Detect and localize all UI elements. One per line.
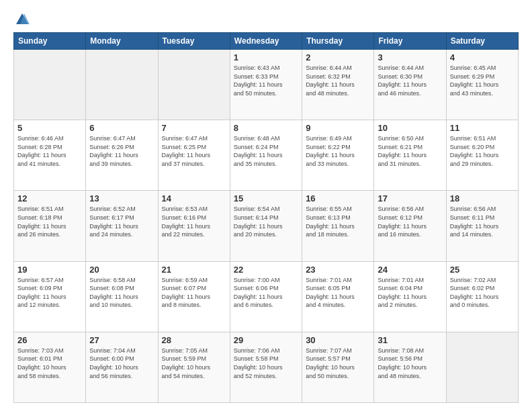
day-number: 10 [378,123,442,133]
day-info: Sunrise: 6:48 AM Sunset: 6:24 PM Dayligh… [234,134,298,168]
day-info: Sunrise: 6:59 AM Sunset: 6:07 PM Dayligh… [162,276,226,310]
day-number: 14 [162,193,226,203]
calendar-cell: 3Sunrise: 6:44 AM Sunset: 6:30 PM Daylig… [374,50,446,120]
calendar-cell: 29Sunrise: 7:06 AM Sunset: 5:58 PM Dayli… [230,332,302,402]
day-info: Sunrise: 7:08 AM Sunset: 5:56 PM Dayligh… [378,347,442,380]
calendar-cell: 1Sunrise: 6:43 AM Sunset: 6:33 PM Daylig… [230,50,302,120]
weekday-header-thursday: Thursday [302,33,374,50]
day-number: 1 [234,52,298,62]
day-info: Sunrise: 6:47 AM Sunset: 6:25 PM Dayligh… [162,134,226,168]
day-number: 4 [450,52,515,62]
day-number: 17 [378,193,442,203]
calendar-cell: 30Sunrise: 7:07 AM Sunset: 5:57 PM Dayli… [302,332,374,402]
calendar-cell: 2Sunrise: 6:44 AM Sunset: 6:32 PM Daylig… [302,50,374,120]
day-number: 15 [234,193,298,203]
day-number: 11 [450,123,515,133]
calendar-cell: 10Sunrise: 6:50 AM Sunset: 6:21 PM Dayli… [374,120,446,191]
day-info: Sunrise: 6:57 AM Sunset: 6:09 PM Dayligh… [17,276,82,310]
day-info: Sunrise: 6:45 AM Sunset: 6:29 PM Dayligh… [450,64,515,97]
calendar-cell: 21Sunrise: 6:59 AM Sunset: 6:07 PM Dayli… [158,261,230,332]
day-number: 22 [234,265,298,275]
weekday-header-row: SundayMondayTuesdayWednesdayThursdayFrid… [14,33,519,50]
calendar-cell: 13Sunrise: 6:52 AM Sunset: 6:17 PM Dayli… [86,191,158,261]
day-number: 29 [234,335,298,345]
calendar-cell: 11Sunrise: 6:51 AM Sunset: 6:20 PM Dayli… [446,120,518,191]
weekday-header-monday: Monday [86,33,158,50]
calendar-cell: 9Sunrise: 6:49 AM Sunset: 6:22 PM Daylig… [302,120,374,191]
day-info: Sunrise: 6:53 AM Sunset: 6:16 PM Dayligh… [162,205,226,238]
weekday-header-friday: Friday [374,33,446,50]
day-number: 5 [17,123,82,133]
calendar-cell: 4Sunrise: 6:45 AM Sunset: 6:29 PM Daylig… [446,50,518,120]
day-info: Sunrise: 6:51 AM Sunset: 6:18 PM Dayligh… [17,205,82,238]
day-info: Sunrise: 6:54 AM Sunset: 6:14 PM Dayligh… [234,205,298,238]
calendar-cell: 15Sunrise: 6:54 AM Sunset: 6:14 PM Dayli… [230,191,302,261]
calendar-cell [14,50,86,120]
calendar-cell: 14Sunrise: 6:53 AM Sunset: 6:16 PM Dayli… [158,191,230,261]
day-info: Sunrise: 6:50 AM Sunset: 6:21 PM Dayligh… [378,134,442,168]
calendar-cell: 24Sunrise: 7:01 AM Sunset: 6:04 PM Dayli… [374,261,446,332]
calendar-cell: 19Sunrise: 6:57 AM Sunset: 6:09 PM Dayli… [14,261,86,332]
day-number: 24 [378,265,442,275]
day-number: 13 [89,193,154,203]
weekday-header-tuesday: Tuesday [158,33,230,50]
day-number: 7 [162,123,226,133]
day-number: 6 [89,123,154,133]
day-number: 26 [17,335,82,345]
day-info: Sunrise: 6:58 AM Sunset: 6:08 PM Dayligh… [89,276,154,310]
calendar-cell [158,50,230,120]
day-number: 3 [378,52,442,62]
day-number: 25 [450,265,515,275]
day-number: 19 [17,265,82,275]
logo-icon [15,12,30,27]
calendar-week-2: 5Sunrise: 6:46 AM Sunset: 6:28 PM Daylig… [14,120,519,191]
day-info: Sunrise: 7:01 AM Sunset: 6:05 PM Dayligh… [306,276,370,310]
day-info: Sunrise: 6:51 AM Sunset: 6:20 PM Dayligh… [450,134,515,168]
weekday-header-wednesday: Wednesday [230,33,302,50]
calendar-week-4: 19Sunrise: 6:57 AM Sunset: 6:09 PM Dayli… [14,261,519,332]
day-info: Sunrise: 6:49 AM Sunset: 6:22 PM Dayligh… [306,134,370,168]
calendar-cell: 16Sunrise: 6:55 AM Sunset: 6:13 PM Dayli… [302,191,374,261]
calendar-cell: 6Sunrise: 6:47 AM Sunset: 6:26 PM Daylig… [86,120,158,191]
day-number: 28 [162,335,226,345]
day-number: 23 [306,265,370,275]
calendar-cell: 5Sunrise: 6:46 AM Sunset: 6:28 PM Daylig… [14,120,86,191]
day-number: 20 [89,265,154,275]
day-number: 8 [234,123,298,133]
day-number: 2 [306,52,370,62]
day-info: Sunrise: 6:56 AM Sunset: 6:12 PM Dayligh… [378,205,442,238]
day-info: Sunrise: 6:43 AM Sunset: 6:33 PM Dayligh… [234,64,298,97]
day-info: Sunrise: 7:02 AM Sunset: 6:02 PM Dayligh… [450,276,515,310]
calendar-cell: 18Sunrise: 6:56 AM Sunset: 6:11 PM Dayli… [446,191,518,261]
calendar-week-1: 1Sunrise: 6:43 AM Sunset: 6:33 PM Daylig… [14,50,519,120]
calendar-week-5: 26Sunrise: 7:03 AM Sunset: 6:01 PM Dayli… [14,332,519,402]
day-number: 27 [89,335,154,345]
calendar-cell: 23Sunrise: 7:01 AM Sunset: 6:05 PM Dayli… [302,261,374,332]
day-number: 18 [450,193,515,203]
day-info: Sunrise: 6:46 AM Sunset: 6:28 PM Dayligh… [17,134,82,168]
calendar-cell [86,50,158,120]
calendar-cell: 22Sunrise: 7:00 AM Sunset: 6:06 PM Dayli… [230,261,302,332]
calendar-cell: 20Sunrise: 6:58 AM Sunset: 6:08 PM Dayli… [86,261,158,332]
day-info: Sunrise: 7:07 AM Sunset: 5:57 PM Dayligh… [306,347,370,380]
day-info: Sunrise: 6:44 AM Sunset: 6:30 PM Dayligh… [378,64,442,97]
calendar-cell: 8Sunrise: 6:48 AM Sunset: 6:24 PM Daylig… [230,120,302,191]
day-info: Sunrise: 6:52 AM Sunset: 6:17 PM Dayligh… [89,205,154,238]
day-number: 16 [306,193,370,203]
day-info: Sunrise: 7:05 AM Sunset: 5:59 PM Dayligh… [162,347,226,380]
calendar-cell: 27Sunrise: 7:04 AM Sunset: 6:00 PM Dayli… [86,332,158,402]
day-info: Sunrise: 7:04 AM Sunset: 6:00 PM Dayligh… [89,347,154,380]
day-info: Sunrise: 6:47 AM Sunset: 6:26 PM Dayligh… [89,134,154,168]
calendar-cell: 31Sunrise: 7:08 AM Sunset: 5:56 PM Dayli… [374,332,446,402]
day-number: 31 [378,335,442,345]
day-number: 9 [306,123,370,133]
calendar-week-3: 12Sunrise: 6:51 AM Sunset: 6:18 PM Dayli… [14,191,519,261]
calendar-cell: 12Sunrise: 6:51 AM Sunset: 6:18 PM Dayli… [14,191,86,261]
calendar-cell: 7Sunrise: 6:47 AM Sunset: 6:25 PM Daylig… [158,120,230,191]
day-number: 12 [17,193,82,203]
calendar-cell: 26Sunrise: 7:03 AM Sunset: 6:01 PM Dayli… [14,332,86,402]
calendar-table: SundayMondayTuesdayWednesdayThursdayFrid… [13,32,519,403]
header [13,12,519,27]
day-info: Sunrise: 6:56 AM Sunset: 6:11 PM Dayligh… [450,205,515,238]
day-info: Sunrise: 6:55 AM Sunset: 6:13 PM Dayligh… [306,205,370,238]
